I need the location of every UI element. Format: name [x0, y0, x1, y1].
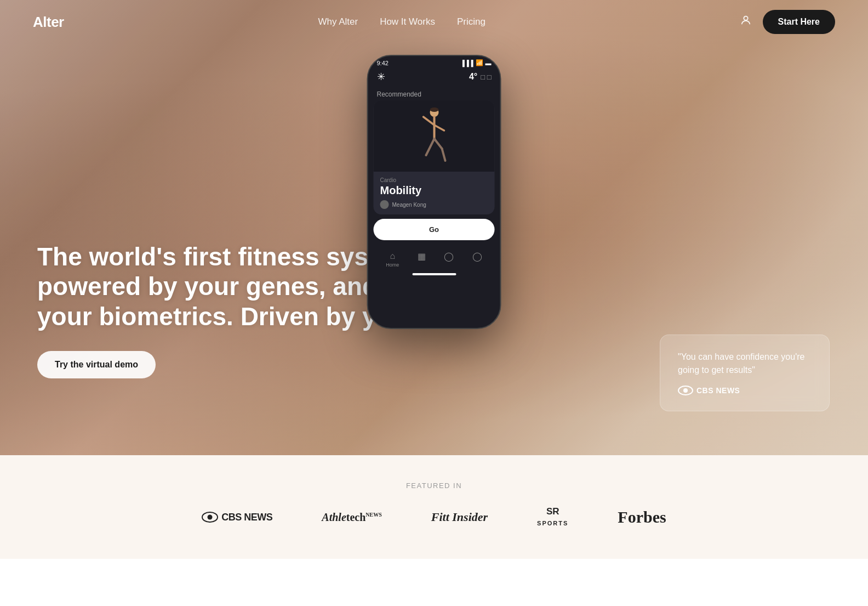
quote-text: "You can have confidence you're going to… [678, 350, 812, 377]
workout-card-image [374, 100, 495, 172]
nav-grid[interactable]: ▦ [418, 251, 426, 268]
section-label: Recommended [368, 87, 500, 100]
phone-bottom-nav: ⌂ Home ▦ ◯ ◯ [368, 245, 500, 270]
phone-screen: 9:42 ▐▐▐ 📶 ▬ ✳ 4° □ □ Recommended [367, 55, 501, 329]
nav-links: Why Alter How It Works Pricing [318, 16, 485, 27]
featured-section: FEATURED IN CBS NEWS AthletechNEWS Fitt … [0, 455, 868, 559]
svg-point-8 [430, 107, 438, 112]
circle-icon-1: ◯ [444, 251, 454, 262]
battery-icon: ▬ [486, 60, 492, 66]
app-header: ✳ 4° □ □ [368, 66, 500, 87]
home-label: Home [386, 262, 399, 268]
svg-line-5 [426, 139, 434, 155]
score-value: 4° [469, 72, 477, 82]
start-here-button[interactable]: Start Here [763, 10, 835, 34]
svg-point-0 [744, 16, 747, 20]
fitt-text: Fitt Insider [431, 510, 488, 524]
quote-logo: CBS NEWS [678, 386, 812, 395]
home-icon: ⌂ [390, 251, 395, 261]
cbs-logo-eye [202, 512, 218, 523]
hero-section: Alter Why Alter How It Works Pricing Sta… [0, 0, 868, 455]
circle-icon-2: ◯ [472, 251, 482, 262]
card-category: Cardio [380, 177, 488, 183]
score-icons: □ □ [481, 73, 491, 81]
nav-home[interactable]: ⌂ Home [386, 251, 399, 268]
user-icon[interactable] [740, 14, 752, 30]
nav-circle2[interactable]: ◯ [472, 251, 482, 268]
logo-forbes: Forbes [618, 508, 666, 526]
workout-card[interactable]: Cardio Mobility Meagen Kong [374, 100, 495, 214]
phone-status-bar: 9:42 ▐▐▐ 📶 ▬ [368, 56, 500, 66]
author-avatar [380, 200, 389, 209]
featured-label: FEATURED IN [44, 482, 824, 490]
figure-svg [418, 106, 450, 166]
svg-point-10 [683, 388, 688, 393]
cbs-news-text: CBS NEWS [221, 512, 272, 523]
featured-logos: CBS NEWS AthletechNEWS Fitt Insider SRSP… [44, 506, 824, 528]
cbs-text: CBS NEWS [696, 386, 740, 395]
phone-cta-button[interactable]: Go [374, 219, 495, 240]
logo-sr: SRSPORTS [537, 506, 568, 528]
svg-line-6 [434, 139, 442, 149]
home-indicator [412, 273, 456, 275]
card-title: Mobility [380, 184, 488, 197]
quote-card: "You can have confidence you're going to… [660, 335, 830, 411]
logo-athletech: AthletechNEWS [322, 511, 381, 524]
svg-line-7 [442, 149, 445, 161]
grid-icon: ▦ [418, 251, 426, 262]
author-name: Meagen Kong [392, 202, 426, 208]
forbes-text: Forbes [618, 508, 666, 526]
nav-right: Start Here [740, 10, 835, 34]
phone-mockup: 9:42 ▐▐▐ 📶 ▬ ✳ 4° □ □ Recommended [367, 55, 501, 329]
sr-text: SRSPORTS [537, 506, 568, 528]
nav-circle1[interactable]: ◯ [444, 251, 454, 268]
demo-button[interactable]: Try the virtual demo [37, 351, 156, 378]
card-author: Meagen Kong [380, 200, 488, 209]
logo-fitt: Fitt Insider [431, 510, 488, 524]
nav-link-pricing[interactable]: Pricing [457, 16, 486, 27]
nav-link-how-it-works[interactable]: How It Works [380, 16, 435, 27]
phone-status-icons: ▐▐▐ 📶 ▬ [460, 59, 491, 66]
phone-time: 9:42 [377, 60, 389, 66]
nav-link-why-alter[interactable]: Why Alter [318, 16, 358, 27]
athletech-text: AthletechNEWS [322, 511, 381, 523]
signal-icon: ▐▐▐ [460, 60, 473, 66]
logo-cbs: CBS NEWS [202, 512, 272, 523]
brand-logo[interactable]: Alter [33, 14, 64, 31]
navbar: Alter Why Alter How It Works Pricing Sta… [0, 0, 868, 44]
cbs-eye-icon [678, 386, 693, 395]
wifi-icon: 📶 [476, 59, 483, 66]
svg-point-12 [208, 515, 213, 520]
svg-line-3 [423, 117, 434, 125]
app-logo-icon: ✳ [377, 71, 385, 83]
svg-line-4 [434, 125, 444, 131]
card-info: Cardio Mobility Meagen Kong [374, 172, 495, 214]
